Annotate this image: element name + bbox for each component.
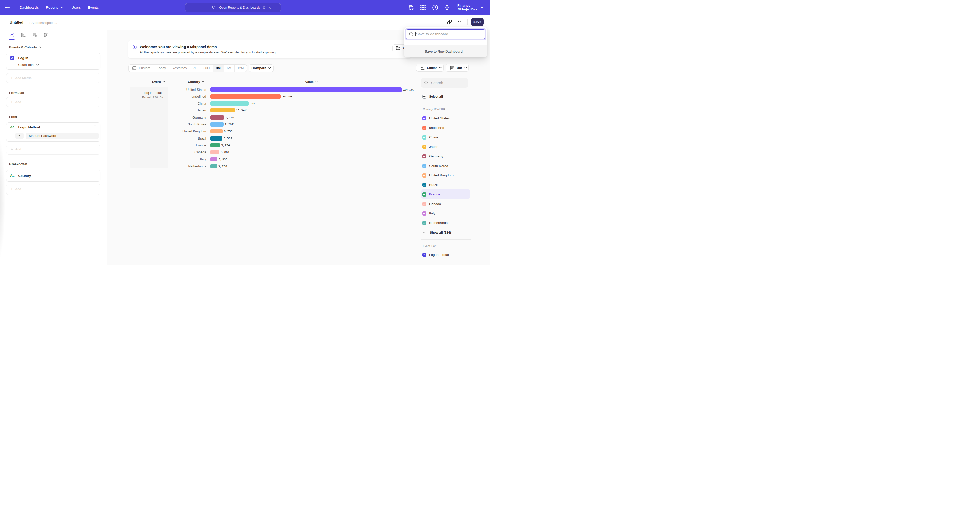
svg-text:?: ? — [434, 6, 436, 10]
